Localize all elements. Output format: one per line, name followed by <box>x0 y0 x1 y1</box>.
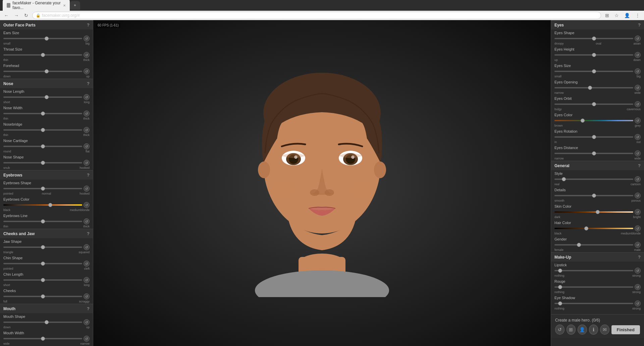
forehead-reset[interactable]: ↺ <box>84 68 90 74</box>
eyes-rotation-reset[interactable]: ↺ <box>635 134 641 140</box>
action-buttons-bar: ↺ ⊞ 👤 ℹ ✉ Finished <box>555 325 640 335</box>
nosebridge-slider[interactable] <box>3 129 82 131</box>
general-help-icon[interactable]: ? <box>638 163 641 168</box>
person-button[interactable]: 👤 <box>578 325 587 335</box>
chin-shape-slider[interactable] <box>3 263 82 264</box>
eyes-size-slider[interactable] <box>554 71 633 72</box>
mouth-width-slider[interactable] <box>3 338 82 339</box>
cheeks-jaw-help-icon[interactable]: ? <box>87 231 90 236</box>
chin-shape-reset[interactable]: ↺ <box>84 261 90 267</box>
jaw-shape-min-label: triangle <box>3 251 13 254</box>
makeup-help-icon[interactable]: ? <box>638 255 641 260</box>
jaw-shape-slider[interactable] <box>3 247 82 248</box>
extensions-button[interactable]: ⊞ <box>604 12 610 19</box>
bookmark-button[interactable]: ☆ <box>613 12 620 19</box>
eyes-size-reset[interactable]: ↺ <box>635 68 641 74</box>
eyes-distance-reset[interactable]: ↺ <box>635 150 641 156</box>
back-button[interactable]: ← <box>3 12 10 19</box>
address-bar[interactable]: 🔒 facemaker.uvrg.org/# <box>32 12 601 19</box>
lipstick-slider[interactable] <box>554 270 633 271</box>
cheeks-reset[interactable]: ↺ <box>84 293 90 299</box>
forward-button[interactable]: → <box>13 12 20 19</box>
gender-reset[interactable]: ↺ <box>635 242 641 248</box>
tab-close-button[interactable]: ✕ <box>63 4 66 7</box>
eyebrows-shape-slider[interactable] <box>3 188 82 189</box>
eyebrows-line-reset[interactable]: ↺ <box>84 218 90 224</box>
cheeks-slider[interactable] <box>3 296 82 297</box>
eyes-color-reset[interactable]: ↺ <box>635 118 641 124</box>
reload-button[interactable]: ↻ <box>23 12 30 19</box>
style-max-label: cartoon <box>631 183 641 186</box>
eyebrows-line-slider[interactable] <box>3 221 82 222</box>
nose-help-icon[interactable]: ? <box>87 81 90 86</box>
eyes-rotation-slider[interactable] <box>554 136 633 138</box>
grid-view-button[interactable]: ⊞ <box>567 325 576 335</box>
eye-shadow-reset[interactable]: ↺ <box>635 300 641 306</box>
nose-width-reset[interactable]: ↺ <box>84 111 90 117</box>
forehead-slider[interactable] <box>3 71 82 72</box>
eyes-opening-slider[interactable] <box>554 87 633 88</box>
mouth-width-reset[interactable]: ↺ <box>84 336 90 342</box>
svg-point-6 <box>374 161 386 178</box>
eyebrows-shape-reset[interactable]: ↺ <box>84 186 90 192</box>
nose-width-max-label: thick <box>83 117 90 120</box>
nose-cartilage-slider[interactable] <box>3 146 82 147</box>
eyes-shape-label: Eyes Shape <box>554 31 641 35</box>
nose-width-slider[interactable] <box>3 113 82 114</box>
details-slider[interactable] <box>554 195 633 196</box>
chin-length-slider[interactable] <box>3 279 82 281</box>
eyebrows-help-icon[interactable]: ? <box>87 172 90 178</box>
eyes-help-icon[interactable]: ? <box>638 22 641 27</box>
jaw-shape-reset[interactable]: ↺ <box>84 244 90 250</box>
nose-shape-reset[interactable]: ↺ <box>84 160 90 166</box>
eyes-color-slider[interactable] <box>554 120 633 121</box>
skin-color-reset[interactable]: ↺ <box>635 209 641 215</box>
nose-length-slider[interactable] <box>3 96 82 98</box>
eyes-height-reset[interactable]: ↺ <box>635 52 641 58</box>
details-reset[interactable]: ↺ <box>635 193 641 199</box>
finished-button[interactable]: Finished <box>611 325 640 334</box>
throat-size-slider[interactable] <box>3 54 82 56</box>
hair-color-reset[interactable]: ↺ <box>635 225 641 231</box>
profile-button[interactable]: 👤 <box>623 12 631 19</box>
rouge-reset[interactable]: ↺ <box>635 284 641 290</box>
new-tab-button[interactable]: + <box>70 1 80 10</box>
active-tab[interactable]: faceMaker - Generate your favo... ✕ <box>3 0 70 12</box>
skin-color-slider[interactable] <box>554 211 633 213</box>
throat-size-reset[interactable]: ↺ <box>84 52 90 58</box>
eyes-orbit-slider[interactable] <box>554 103 633 105</box>
center-3d-view[interactable]: 60 FPS (1-61) <box>93 20 551 346</box>
lipstick-reset[interactable]: ↺ <box>635 268 641 274</box>
mouth-shape-reset[interactable]: ↺ <box>84 319 90 325</box>
gender-slider[interactable] <box>554 244 633 246</box>
nose-cartilage-control: Nose Cartilage ↺ round flat <box>0 137 93 154</box>
style-reset[interactable]: ↺ <box>635 176 641 182</box>
nose-length-reset[interactable]: ↺ <box>84 94 90 100</box>
style-slider[interactable] <box>554 179 633 180</box>
eyes-shape-reset[interactable]: ↺ <box>635 36 641 42</box>
email-button[interactable]: ✉ <box>600 325 609 335</box>
nose-shape-slider[interactable] <box>3 162 82 163</box>
ears-size-slider[interactable] <box>3 38 82 39</box>
hair-color-slider[interactable] <box>554 228 633 229</box>
info-button[interactable]: ℹ <box>589 325 598 335</box>
menu-button[interactable]: ⋮ <box>634 12 641 19</box>
eyebrows-color-slider[interactable] <box>3 204 82 206</box>
reset-all-button[interactable]: ↺ <box>555 325 565 335</box>
eyebrows-color-reset[interactable]: ↺ <box>84 202 90 208</box>
svg-point-15 <box>310 189 319 196</box>
chin-length-reset[interactable]: ↺ <box>84 277 90 283</box>
nose-cartilage-reset[interactable]: ↺ <box>84 143 90 149</box>
outer-face-help-icon[interactable]: ? <box>87 22 90 27</box>
eyes-orbit-reset[interactable]: ↺ <box>635 101 641 107</box>
eye-shadow-slider[interactable] <box>554 303 633 304</box>
nosebridge-reset[interactable]: ↺ <box>84 127 90 133</box>
mouth-shape-slider[interactable] <box>3 322 82 323</box>
ears-size-reset[interactable]: ↺ <box>84 36 90 42</box>
rouge-slider[interactable] <box>554 286 633 288</box>
eyes-height-slider[interactable] <box>554 54 633 56</box>
eyes-opening-reset[interactable]: ↺ <box>635 85 641 91</box>
eyes-shape-slider[interactable] <box>554 38 633 39</box>
mouth-help-icon[interactable]: ? <box>87 306 90 311</box>
eyes-distance-slider[interactable] <box>554 153 633 154</box>
